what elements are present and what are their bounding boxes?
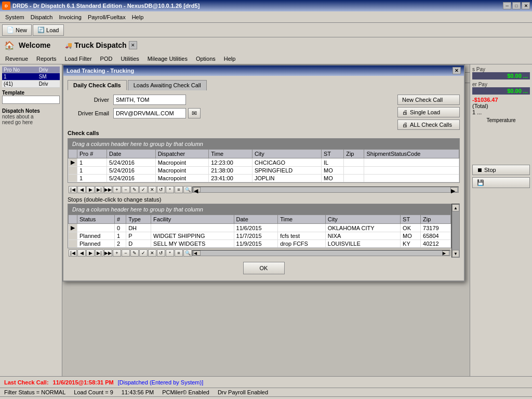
refresh-btn[interactable]: ↺ xyxy=(157,186,165,193)
cell-dispatcher: Macropoint xyxy=(155,167,208,175)
modal-content-row: Driver Driver Email ✉ xyxy=(68,95,460,130)
submenu-mileage[interactable]: Mileage Utilities xyxy=(144,55,191,63)
truck-icon: 🚚 xyxy=(65,42,72,49)
sfilter-btn[interactable]: * xyxy=(166,249,174,257)
edit-btn[interactable]: ✎ xyxy=(130,186,139,193)
sprev-btn[interactable]: ◀ xyxy=(77,249,86,257)
toolbar: 📄 New 🔄 Load xyxy=(0,23,532,37)
load-button[interactable]: 🔄 Load xyxy=(33,24,63,36)
table-row[interactable]: ▶ 1 5/24/2016 Macropoint 12:23:00 CHCICA… xyxy=(69,158,459,167)
load-count: Load Count = 9 xyxy=(74,389,113,395)
next-btn[interactable]: ▶ xyxy=(86,186,95,193)
submenu-options[interactable]: Options xyxy=(193,55,219,63)
sfast-next-btn[interactable]: ▶▶ xyxy=(104,249,112,257)
table-row[interactable]: 1 SM xyxy=(2,73,60,81)
driver-email-input[interactable] xyxy=(113,108,186,118)
cell-pro: 1 xyxy=(77,167,107,175)
scheck-btn[interactable]: ✓ xyxy=(139,249,148,257)
scroll-right-arrow[interactable]: ▶ xyxy=(450,187,458,192)
stops-grid: Drag a column header here to group by th… xyxy=(68,204,451,248)
cell-city: LOUISVILLE xyxy=(325,240,400,248)
sadd-btn[interactable]: + xyxy=(113,249,121,257)
scancel-btn[interactable]: ✕ xyxy=(148,249,156,257)
single-load-button[interactable]: 🖨 Single Load xyxy=(397,107,460,117)
window-close-button[interactable]: ✕ xyxy=(129,41,137,49)
stops-vertical-scrollbar[interactable]: ▲ ▼ xyxy=(451,204,460,258)
submenu-revenue[interactable]: Revenue xyxy=(2,55,31,63)
scroll-left-arrow[interactable]: ◀ xyxy=(193,187,201,192)
cell-status-code xyxy=(364,158,459,167)
sort-btn[interactable]: ≡ xyxy=(175,186,183,193)
save-button[interactable]: 💾 xyxy=(472,177,530,188)
middle-panel: Pick/Drops Mo Calc Mile #Pick 0DH 1P 2D … xyxy=(62,64,470,376)
menu-help[interactable]: Help xyxy=(129,13,147,21)
submenu-load-filter[interactable]: Load Filter xyxy=(62,55,95,63)
driver-input[interactable] xyxy=(113,95,186,105)
scroll-track[interactable] xyxy=(201,187,450,192)
filter-btn[interactable]: * xyxy=(166,186,174,193)
last-btn[interactable]: ▶| xyxy=(95,186,103,193)
slast-btn[interactable]: ▶| xyxy=(95,249,103,257)
time-display: 11:43:56 PM xyxy=(122,389,154,395)
fast-next-btn[interactable]: ▶▶ xyxy=(104,186,112,193)
cell-type: D xyxy=(126,240,151,248)
delete-btn[interactable]: − xyxy=(122,186,130,193)
table-row[interactable]: 1 5/24/2016 Macropoint 23:41:00 JOPLIN M… xyxy=(69,175,459,182)
stop-label: Stop xyxy=(484,167,496,173)
vs-down-arrow[interactable]: ▼ xyxy=(452,250,459,257)
check-btn[interactable]: ✓ xyxy=(139,186,148,193)
first-btn[interactable]: |◀ xyxy=(69,186,77,193)
table-row[interactable]: Planned 1 P WIDGET SHIPPING 11/7/2015 fc… xyxy=(69,232,451,240)
submenu-reports[interactable]: Reports xyxy=(33,55,60,63)
col-indicator xyxy=(69,150,77,158)
cancel-btn[interactable]: ✕ xyxy=(148,186,156,193)
ssort-btn[interactable]: ≡ xyxy=(175,249,183,257)
stop-button[interactable]: ⏹ Stop xyxy=(472,165,530,175)
stops-table: Status # Type Facility Date Time City ST xyxy=(68,215,451,248)
cell-time: 21:38:00 xyxy=(209,167,252,175)
menu-dispatch[interactable]: Dispatch xyxy=(28,13,56,21)
table-row[interactable]: (41) Driv xyxy=(2,81,60,88)
sfirst-btn[interactable]: |◀ xyxy=(69,249,77,257)
table-row[interactable]: ▶ 0 DH 11/6/2015 OKLAHOMA CITY xyxy=(69,224,451,232)
stops-scroll-left[interactable]: ◀ xyxy=(193,250,201,256)
menu-payroll[interactable]: Payroll/Fueltax xyxy=(85,13,129,21)
stops-scroll-right[interactable]: ▶ xyxy=(442,250,449,256)
sedit-btn[interactable]: ✎ xyxy=(130,249,139,257)
snext-btn[interactable]: ▶ xyxy=(86,249,95,257)
submenu-pod[interactable]: POD xyxy=(97,55,116,63)
search-btn[interactable]: 🔍 xyxy=(183,186,192,193)
add-btn[interactable]: + xyxy=(113,186,121,193)
new-button[interactable]: 📄 New xyxy=(2,24,32,36)
all-check-calls-button[interactable]: 🖨 ALL Check Calls xyxy=(397,119,460,130)
maximize-button[interactable]: □ xyxy=(512,2,521,9)
col-driver: Driv xyxy=(37,66,60,73)
horizontal-scrollbar[interactable]: ◀ ▶ xyxy=(192,187,459,193)
vs-up-arrow[interactable]: ▲ xyxy=(452,204,459,211)
stops-scroll-track[interactable] xyxy=(201,250,442,256)
sdelete-btn[interactable]: − xyxy=(122,249,130,257)
ssearch-btn[interactable]: 🔍 xyxy=(183,249,192,257)
submenu-help[interactable]: Help xyxy=(221,55,239,63)
submenu-utilities[interactable]: Utilities xyxy=(117,55,142,63)
table-row[interactable]: 1 5/24/2016 Macropoint 21:38:00 SPRINGFI… xyxy=(69,167,459,175)
stops-horizontal-scrollbar[interactable]: ◀ ▶ xyxy=(192,250,450,256)
tab-daily-check-calls[interactable]: Daily Check Calls xyxy=(68,80,127,90)
cell-st: IL xyxy=(321,158,343,167)
table-row[interactable]: Planned 2 D SELL MY WIDGETS 11/9/2015 dr… xyxy=(69,240,451,248)
ok-button[interactable]: OK xyxy=(243,262,285,274)
tab-loads-awaiting[interactable]: Loads Awaiting Check Call xyxy=(128,80,207,90)
prev-btn[interactable]: ◀ xyxy=(77,186,86,193)
close-button[interactable]: ✕ xyxy=(522,2,530,9)
modal-overlay: Load Tracking - Trucking ✕ Daily Check C… xyxy=(62,64,470,376)
new-check-call-button[interactable]: New Check Call xyxy=(397,95,460,105)
template-input[interactable] xyxy=(2,96,60,104)
menu-invoicing[interactable]: Invoicing xyxy=(56,13,84,21)
minimize-button[interactable]: ─ xyxy=(503,2,511,9)
email-send-button[interactable]: ✉ xyxy=(188,108,201,118)
modal-right: New Check Call 🖨 Single Load 🖨 ALL Check… xyxy=(397,95,460,130)
srefresh-btn[interactable]: ↺ xyxy=(157,249,165,257)
cell-driver: SM xyxy=(37,73,60,81)
menu-system[interactable]: System xyxy=(2,13,28,21)
modal-close-button[interactable]: ✕ xyxy=(453,67,461,74)
